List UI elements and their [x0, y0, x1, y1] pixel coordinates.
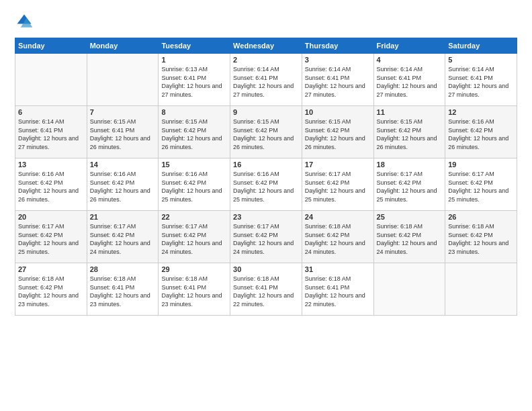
day-number: 25 — [377, 213, 443, 221]
day-number: 6 — [18, 108, 84, 116]
day-number: 29 — [161, 265, 227, 273]
day-header-thursday: Thursday — [302, 38, 373, 54]
week-row-4: 20Sunrise: 6:17 AM Sunset: 6:42 PM Dayli… — [15, 211, 517, 263]
day-header-tuesday: Tuesday — [159, 38, 230, 54]
day-info: Sunrise: 6:17 AM Sunset: 6:42 PM Dayligh… — [377, 170, 443, 203]
day-info: Sunrise: 6:17 AM Sunset: 6:42 PM Dayligh… — [233, 222, 299, 256]
day-number: 2 — [233, 56, 299, 64]
day-cell: 28Sunrise: 6:18 AM Sunset: 6:41 PM Dayli… — [87, 263, 159, 316]
day-info: Sunrise: 6:15 AM Sunset: 6:42 PM Dayligh… — [161, 118, 227, 151]
day-cell — [445, 263, 517, 316]
day-number: 13 — [18, 161, 84, 169]
day-number: 11 — [377, 108, 443, 116]
day-number: 19 — [448, 161, 514, 169]
week-row-1: 1Sunrise: 6:13 AM Sunset: 6:41 PM Daylig… — [15, 54, 517, 106]
day-cell: 27Sunrise: 6:18 AM Sunset: 6:42 PM Dayli… — [15, 263, 87, 316]
day-number: 12 — [448, 108, 514, 116]
day-info: Sunrise: 6:15 AM Sunset: 6:42 PM Dayligh… — [233, 118, 299, 151]
day-cell: 23Sunrise: 6:17 AM Sunset: 6:42 PM Dayli… — [230, 211, 302, 263]
day-cell: 29Sunrise: 6:18 AM Sunset: 6:41 PM Dayli… — [159, 263, 230, 316]
day-cell: 1Sunrise: 6:13 AM Sunset: 6:41 PM Daylig… — [159, 54, 230, 106]
day-number: 31 — [305, 265, 371, 273]
day-cell: 9Sunrise: 6:15 AM Sunset: 6:42 PM Daylig… — [230, 106, 302, 158]
day-cell: 25Sunrise: 6:18 AM Sunset: 6:42 PM Dayli… — [373, 211, 445, 263]
day-number: 22 — [161, 213, 227, 221]
day-info: Sunrise: 6:15 AM Sunset: 6:41 PM Dayligh… — [90, 118, 156, 151]
day-info: Sunrise: 6:18 AM Sunset: 6:42 PM Dayligh… — [377, 222, 443, 256]
day-cell: 22Sunrise: 6:17 AM Sunset: 6:42 PM Dayli… — [159, 211, 230, 263]
header-row: SundayMondayTuesdayWednesdayThursdayFrid… — [15, 38, 517, 54]
day-number: 4 — [377, 56, 443, 64]
day-header-saturday: Saturday — [445, 38, 517, 54]
day-info: Sunrise: 6:16 AM Sunset: 6:42 PM Dayligh… — [161, 170, 227, 203]
day-number: 1 — [161, 56, 227, 64]
day-info: Sunrise: 6:18 AM Sunset: 6:41 PM Dayligh… — [161, 275, 227, 308]
day-info: Sunrise: 6:17 AM Sunset: 6:42 PM Dayligh… — [305, 170, 371, 203]
day-cell: 18Sunrise: 6:17 AM Sunset: 6:42 PM Dayli… — [373, 158, 445, 211]
day-number: 7 — [90, 108, 156, 116]
day-info: Sunrise: 6:14 AM Sunset: 6:41 PM Dayligh… — [448, 65, 514, 99]
logo-icon — [15, 12, 34, 31]
day-info: Sunrise: 6:13 AM Sunset: 6:41 PM Dayligh… — [161, 65, 227, 99]
day-info: Sunrise: 6:17 AM Sunset: 6:42 PM Dayligh… — [90, 222, 156, 256]
day-info: Sunrise: 6:14 AM Sunset: 6:41 PM Dayligh… — [18, 118, 84, 151]
day-cell: 2Sunrise: 6:14 AM Sunset: 6:41 PM Daylig… — [230, 54, 302, 106]
day-info: Sunrise: 6:15 AM Sunset: 6:42 PM Dayligh… — [377, 118, 443, 151]
day-number: 16 — [233, 161, 299, 169]
day-info: Sunrise: 6:17 AM Sunset: 6:42 PM Dayligh… — [448, 170, 514, 203]
day-info: Sunrise: 6:18 AM Sunset: 6:41 PM Dayligh… — [305, 275, 371, 308]
day-cell: 17Sunrise: 6:17 AM Sunset: 6:42 PM Dayli… — [302, 158, 373, 211]
day-cell: 13Sunrise: 6:16 AM Sunset: 6:42 PM Dayli… — [15, 158, 87, 211]
day-cell: 7Sunrise: 6:15 AM Sunset: 6:41 PM Daylig… — [87, 106, 159, 158]
day-header-friday: Friday — [373, 38, 445, 54]
day-cell: 16Sunrise: 6:16 AM Sunset: 6:42 PM Dayli… — [230, 158, 302, 211]
day-cell: 10Sunrise: 6:15 AM Sunset: 6:42 PM Dayli… — [302, 106, 373, 158]
day-info: Sunrise: 6:14 AM Sunset: 6:41 PM Dayligh… — [305, 65, 371, 99]
day-number: 27 — [18, 265, 84, 273]
day-info: Sunrise: 6:18 AM Sunset: 6:42 PM Dayligh… — [18, 275, 84, 308]
day-info: Sunrise: 6:15 AM Sunset: 6:42 PM Dayligh… — [305, 118, 371, 151]
day-cell: 21Sunrise: 6:17 AM Sunset: 6:42 PM Dayli… — [87, 211, 159, 263]
day-cell: 8Sunrise: 6:15 AM Sunset: 6:42 PM Daylig… — [159, 106, 230, 158]
day-cell: 26Sunrise: 6:18 AM Sunset: 6:42 PM Dayli… — [445, 211, 517, 263]
calendar-table: SundayMondayTuesdayWednesdayThursdayFrid… — [15, 38, 517, 316]
week-row-5: 27Sunrise: 6:18 AM Sunset: 6:42 PM Dayli… — [15, 263, 517, 316]
day-cell: 31Sunrise: 6:18 AM Sunset: 6:41 PM Dayli… — [302, 263, 373, 316]
day-number: 17 — [305, 161, 371, 169]
day-number: 18 — [377, 161, 443, 169]
day-cell — [15, 54, 87, 106]
day-number: 26 — [448, 213, 514, 221]
day-info: Sunrise: 6:18 AM Sunset: 6:42 PM Dayligh… — [448, 222, 514, 256]
day-number: 3 — [305, 56, 371, 64]
day-cell — [373, 263, 445, 316]
day-number: 8 — [161, 108, 227, 116]
day-info: Sunrise: 6:18 AM Sunset: 6:41 PM Dayligh… — [90, 275, 156, 308]
week-row-2: 6Sunrise: 6:14 AM Sunset: 6:41 PM Daylig… — [15, 106, 517, 158]
day-info: Sunrise: 6:16 AM Sunset: 6:42 PM Dayligh… — [233, 170, 299, 203]
day-cell: 19Sunrise: 6:17 AM Sunset: 6:42 PM Dayli… — [445, 158, 517, 211]
day-cell: 4Sunrise: 6:14 AM Sunset: 6:41 PM Daylig… — [373, 54, 445, 106]
day-number: 28 — [90, 265, 156, 273]
day-number: 14 — [90, 161, 156, 169]
day-number: 30 — [233, 265, 299, 273]
day-header-wednesday: Wednesday — [230, 38, 302, 54]
day-number: 15 — [161, 161, 227, 169]
day-cell: 14Sunrise: 6:16 AM Sunset: 6:42 PM Dayli… — [87, 158, 159, 211]
day-cell: 5Sunrise: 6:14 AM Sunset: 6:41 PM Daylig… — [445, 54, 517, 106]
day-info: Sunrise: 6:14 AM Sunset: 6:41 PM Dayligh… — [233, 65, 299, 99]
day-cell: 24Sunrise: 6:18 AM Sunset: 6:42 PM Dayli… — [302, 211, 373, 263]
day-info: Sunrise: 6:18 AM Sunset: 6:42 PM Dayligh… — [305, 222, 371, 256]
day-cell: 12Sunrise: 6:16 AM Sunset: 6:42 PM Dayli… — [445, 106, 517, 158]
day-info: Sunrise: 6:16 AM Sunset: 6:42 PM Dayligh… — [90, 170, 156, 203]
header — [15, 12, 517, 31]
day-cell: 3Sunrise: 6:14 AM Sunset: 6:41 PM Daylig… — [302, 54, 373, 106]
day-info: Sunrise: 6:17 AM Sunset: 6:42 PM Dayligh… — [18, 222, 84, 256]
day-number: 23 — [233, 213, 299, 221]
day-number: 20 — [18, 213, 84, 221]
day-header-monday: Monday — [87, 38, 159, 54]
day-cell: 11Sunrise: 6:15 AM Sunset: 6:42 PM Dayli… — [373, 106, 445, 158]
day-info: Sunrise: 6:14 AM Sunset: 6:41 PM Dayligh… — [377, 65, 443, 99]
day-number: 5 — [448, 56, 514, 64]
day-info: Sunrise: 6:18 AM Sunset: 6:41 PM Dayligh… — [233, 275, 299, 308]
day-cell: 20Sunrise: 6:17 AM Sunset: 6:42 PM Dayli… — [15, 211, 87, 263]
